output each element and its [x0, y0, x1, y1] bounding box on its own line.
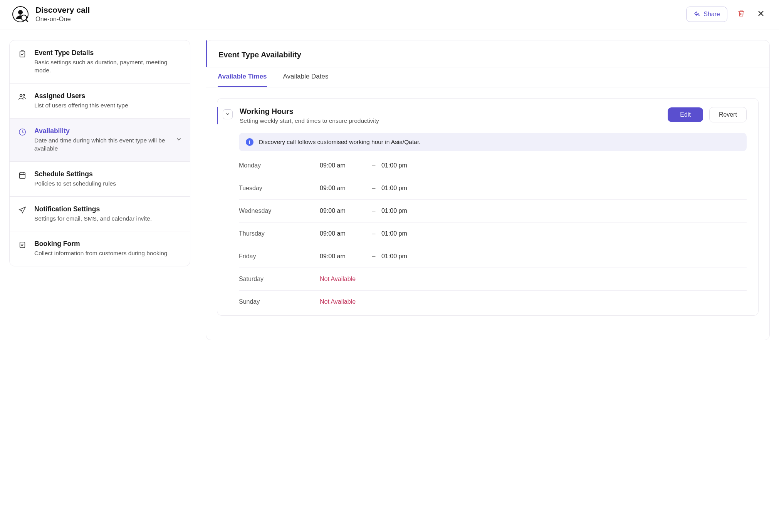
- svg-point-5: [20, 94, 22, 97]
- hours-row: Monday09:00 am–01:00 pm: [239, 154, 747, 177]
- end-time: 01:00 pm: [381, 185, 428, 192]
- trash-icon: [737, 10, 745, 18]
- dash: –: [366, 230, 381, 237]
- start-time: 09:00 am: [320, 207, 366, 214]
- hours-list: Monday09:00 am–01:00 pmTuesday09:00 am–0…: [239, 154, 747, 313]
- revert-button[interactable]: Revert: [709, 107, 747, 122]
- settings-sidebar: Event Type Details Basic settings such a…: [9, 40, 190, 266]
- dash: –: [366, 207, 381, 214]
- section-subtitle: Setting weekly start, end times to ensur…: [240, 117, 379, 124]
- users-icon: [18, 92, 27, 110]
- hours-row: SundayNot Available: [239, 291, 747, 313]
- svg-point-6: [23, 94, 25, 96]
- page-header: Discovery call One-on-One Share: [0, 0, 779, 30]
- start-time: 09:00 am: [320, 230, 366, 237]
- day-label: Tuesday: [239, 185, 320, 192]
- collapse-toggle[interactable]: [223, 109, 233, 119]
- event-subtitle: One-on-One: [35, 15, 90, 23]
- svg-rect-9: [20, 242, 25, 248]
- sidebar-item-desc: Date and time during which this event ty…: [34, 137, 173, 153]
- not-available-label: Not Available: [320, 298, 356, 305]
- delete-button[interactable]: [736, 8, 747, 20]
- edit-button[interactable]: Edit: [668, 107, 703, 122]
- end-time: 01:00 pm: [381, 207, 428, 214]
- clipboard-icon: [18, 49, 27, 75]
- sidebar-item-desc: Collect information from customers durin…: [34, 249, 167, 258]
- day-label: Monday: [239, 162, 320, 169]
- end-time: 01:00 pm: [381, 230, 428, 237]
- sidebar-item-booking-form[interactable]: Booking Form Collect information from cu…: [10, 231, 190, 266]
- dash: –: [366, 253, 381, 260]
- hours-row: Thursday09:00 am–01:00 pm: [239, 223, 747, 245]
- info-banner: i Discovery call follows customised work…: [239, 133, 747, 151]
- sidebar-item-availability[interactable]: Availability Date and time during which …: [10, 119, 190, 162]
- day-label: Saturday: [239, 276, 320, 283]
- info-text: Discovery call follows customised workin…: [259, 139, 421, 146]
- sidebar-item-title: Booking Form: [34, 240, 167, 248]
- start-time: 09:00 am: [320, 162, 366, 169]
- form-icon: [18, 240, 27, 258]
- content-heading: Event Type Availability: [206, 40, 769, 67]
- sidebar-item-desc: Settings for email, SMS, and calendar in…: [34, 215, 152, 223]
- sidebar-item-title: Schedule Settings: [34, 170, 116, 178]
- sidebar-item-title: Event Type Details: [34, 49, 173, 57]
- send-icon: [18, 205, 27, 223]
- svg-rect-4: [20, 51, 25, 57]
- hours-row: SaturdayNot Available: [239, 268, 747, 291]
- sidebar-item-event-type-details[interactable]: Event Type Details Basic settings such a…: [10, 40, 190, 84]
- start-time: 09:00 am: [320, 185, 366, 192]
- sidebar-item-title: Notification Settings: [34, 205, 152, 213]
- day-label: Sunday: [239, 298, 320, 305]
- working-hours-section: Working Hours Setting weekly start, end …: [217, 98, 759, 316]
- sidebar-item-assigned-users[interactable]: Assigned Users List of users offering th…: [10, 84, 190, 119]
- sidebar-item-desc: Basic settings such as duration, payment…: [34, 59, 173, 75]
- availability-tabs: Available Times Available Dates: [206, 67, 769, 87]
- sidebar-item-schedule-settings[interactable]: Schedule Settings Policies to set schedu…: [10, 162, 190, 197]
- svg-rect-8: [20, 172, 25, 178]
- day-label: Wednesday: [239, 207, 320, 214]
- tab-available-dates[interactable]: Available Dates: [283, 73, 329, 87]
- svg-point-1: [18, 10, 23, 15]
- calendar-icon: [18, 170, 27, 188]
- svg-line-3: [26, 20, 28, 22]
- tab-available-times[interactable]: Available Times: [218, 73, 267, 87]
- close-icon: [757, 9, 765, 19]
- event-title: Discovery call: [35, 5, 90, 15]
- dash: –: [366, 162, 381, 169]
- chevron-down-icon: [225, 111, 230, 118]
- dash: –: [366, 185, 381, 192]
- close-button[interactable]: [755, 8, 767, 20]
- content-panel: Event Type Availability Available Times …: [206, 40, 770, 340]
- sidebar-item-title: Assigned Users: [34, 92, 128, 100]
- clock-icon: [18, 127, 27, 153]
- end-time: 01:00 pm: [381, 162, 428, 169]
- share-icon: [693, 10, 700, 18]
- share-button[interactable]: Share: [686, 7, 727, 22]
- share-label: Share: [703, 11, 720, 18]
- info-icon: i: [246, 138, 254, 146]
- hours-row: Friday09:00 am–01:00 pm: [239, 245, 747, 268]
- not-available-label: Not Available: [320, 276, 356, 283]
- day-label: Friday: [239, 253, 320, 260]
- event-logo: [12, 6, 29, 22]
- day-label: Thursday: [239, 230, 320, 237]
- end-time: 01:00 pm: [381, 253, 428, 260]
- hours-row: Tuesday09:00 am–01:00 pm: [239, 177, 747, 200]
- section-title: Working Hours: [240, 107, 379, 116]
- start-time: 09:00 am: [320, 253, 366, 260]
- sidebar-item-desc: List of users offering this event type: [34, 102, 128, 110]
- sidebar-item-title: Availability: [34, 127, 173, 135]
- sidebar-item-desc: Policies to set scheduling rules: [34, 180, 116, 188]
- chevron-down-icon: [175, 136, 182, 144]
- sidebar-item-notification-settings[interactable]: Notification Settings Settings for email…: [10, 197, 190, 232]
- hours-row: Wednesday09:00 am–01:00 pm: [239, 200, 747, 223]
